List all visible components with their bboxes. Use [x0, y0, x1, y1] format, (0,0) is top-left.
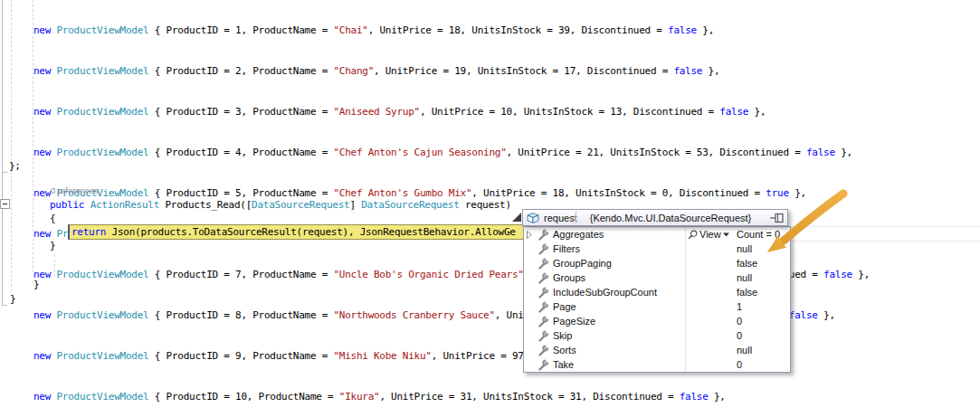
- code-line[interactable]: new ProductViewModel { ProductID = 3, Pr…: [33, 105, 870, 118]
- property-value: null: [737, 270, 752, 285]
- code-line[interactable]: new ProductViewModel { ProductID = 1, Pr…: [33, 24, 870, 37]
- property-value: false: [737, 285, 757, 299]
- property-name: IncludeSubGroupCount: [553, 287, 657, 298]
- property-name: Sorts: [553, 345, 576, 355]
- wrench-icon: [538, 243, 553, 255]
- datatip-expression: request: [544, 213, 577, 223]
- wrench-icon: [538, 359, 553, 371]
- wrench-icon: [538, 272, 553, 284]
- indent-guide: [11, 0, 12, 291]
- collapse-region-button[interactable]: [0, 199, 10, 209]
- datatip-row[interactable]: Page 1: [524, 299, 790, 314]
- code-line[interactable]: new ProductViewModel { ProductID = 4, Pr…: [33, 146, 870, 159]
- code-line[interactable]: new ProductViewModel { ProductID = 10, P…: [33, 390, 870, 403]
- property-value: null: [737, 343, 752, 357]
- wrench-icon: [538, 330, 553, 342]
- triangle-collapsed-icon: [527, 231, 532, 239]
- property-name: Page: [553, 301, 576, 312]
- wrench-icon: [538, 287, 553, 299]
- wrench-icon: [538, 258, 553, 270]
- visualizer-view-dropdown[interactable]: View: [688, 227, 729, 242]
- datatip-row[interactable]: Groups null: [524, 270, 790, 285]
- datatip-row[interactable]: Aggregates View Count = 0: [524, 227, 790, 242]
- current-statement-highlight[interactable]: return Json(products.ToDataSourceResult(…: [68, 224, 527, 240]
- datatip-row[interactable]: Filters null: [524, 242, 790, 256]
- property-name: Take: [553, 359, 574, 370]
- datatip-row[interactable]: Skip 0: [524, 328, 790, 343]
- property-value: 1: [737, 299, 742, 314]
- property-name: PageSize: [553, 316, 595, 327]
- datatip-root-expander[interactable]: [512, 213, 521, 222]
- method-signature-line[interactable]: public ActionResult Products_Read([DataS…: [50, 198, 511, 212]
- datatip-row[interactable]: IncludeSubGroupCount false: [524, 285, 790, 299]
- property-value: 0: [737, 328, 742, 343]
- datatip-row[interactable]: PageSize 0: [524, 314, 790, 328]
- property-name: Aggregates: [553, 229, 604, 240]
- property-name: GroupPaging: [553, 258, 612, 269]
- method-open-brace[interactable]: {: [50, 212, 55, 225]
- codelens-references-link[interactable]: 0 references: [51, 185, 99, 195]
- datatip-row[interactable]: GroupPaging false: [524, 256, 790, 270]
- header-divider: [576, 211, 576, 224]
- property-name: Filters: [553, 243, 580, 254]
- array-close-brace[interactable]: };: [9, 159, 21, 173]
- code-editor-screenshot: new ProductViewModel { ProductID = 1, Pr…: [0, 0, 980, 417]
- datatip-type-value: {Kendo.Mvc.UI.DataSourceRequest}: [590, 213, 752, 223]
- method-close-brace[interactable]: }: [50, 239, 55, 252]
- wrench-icon: [538, 345, 553, 356]
- property-name: Groups: [553, 272, 585, 283]
- property-value: false: [737, 256, 757, 270]
- wrench-icon: [538, 316, 553, 327]
- triangle-expanded-icon: [512, 213, 521, 222]
- folding-outline-line: [2, 0, 3, 306]
- datatip-header[interactable]: request {Kendo.Mvc.UI.DataSourceRequest}: [522, 209, 788, 226]
- magnifier-icon: [688, 230, 698, 240]
- view-label: View: [699, 229, 721, 240]
- orange-arrow-annotation: [760, 185, 855, 261]
- datatip-row[interactable]: Take 0: [524, 357, 790, 372]
- wrench-icon: [538, 229, 553, 241]
- fold-region-end-tick: [2, 172, 7, 173]
- class-close-brace[interactable]: }: [33, 278, 39, 291]
- property-value: 0: [737, 314, 742, 328]
- datatip-row[interactable]: Sorts null: [524, 343, 790, 357]
- wrench-icon: [538, 301, 553, 313]
- row-expander[interactable]: [524, 231, 538, 239]
- property-value: null: [737, 242, 752, 256]
- fold-region-end-tick: [2, 305, 7, 306]
- return-statement[interactable]: return Json(products.ToDataSourceResult(…: [71, 225, 526, 239]
- code-line[interactable]: new ProductViewModel { ProductID = 2, Pr…: [33, 64, 870, 78]
- namespace-close-brace[interactable]: }: [10, 292, 15, 306]
- datatip-body: Aggregates View Count = 0 Filters null: [523, 226, 791, 373]
- cube-icon: [527, 213, 539, 223]
- chevron-down-icon: [723, 232, 729, 237]
- property-value: 0: [737, 357, 742, 372]
- property-name: Skip: [553, 330, 572, 341]
